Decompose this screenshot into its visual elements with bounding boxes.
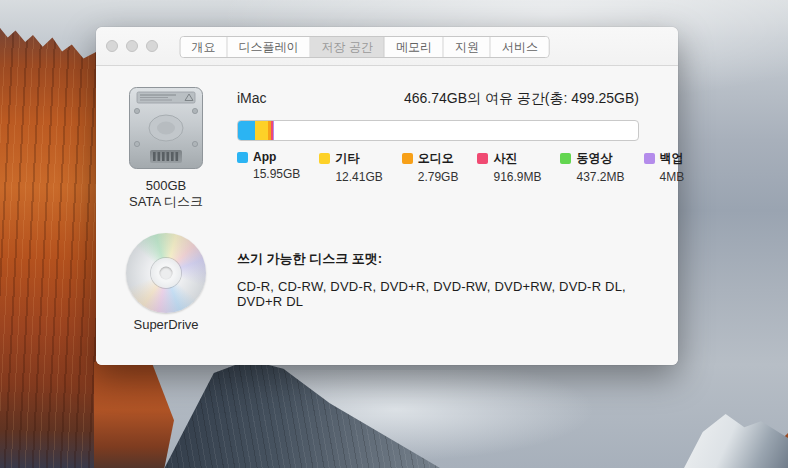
close-button[interactable]	[106, 40, 118, 52]
cd-disc-icon	[126, 233, 206, 313]
free-space-text: 466.74GB의 여유 공간(총: 499.25GB)	[404, 90, 639, 108]
writable-formats-title: 쓰기 가능한 디스크 포맷:	[237, 250, 639, 268]
minimize-button[interactable]	[126, 40, 138, 52]
superdrive-item[interactable]: SuperDrive	[96, 233, 236, 333]
storage-bar-segment	[255, 121, 268, 140]
hard-drive-icon	[128, 86, 204, 170]
legend-item: 동영상437.2MB	[560, 150, 624, 184]
snowy-peak	[684, 408, 788, 468]
legend-value: 2.79GB	[418, 170, 459, 184]
legend-value: 15.95GB	[253, 167, 300, 181]
storage-detail-panel: iMac 466.74GB의 여유 공간(총: 499.25GB) App15.…	[237, 66, 639, 309]
cliff-base	[94, 362, 174, 468]
legend-swatch	[477, 153, 488, 164]
storage-bar-segment	[238, 121, 255, 140]
legend-label: App	[253, 150, 276, 164]
legend-item: 오디오2.79GB	[402, 150, 459, 184]
tab-displays[interactable]: 디스플레이	[228, 37, 311, 57]
storage-tab-content: 500GB SATA 디스크 SuperDrive iMac 466.74GB의…	[96, 66, 678, 365]
legend-value: 916.9MB	[493, 170, 541, 184]
legend-label: 오디오	[418, 150, 454, 167]
legend-swatch	[560, 153, 571, 164]
legend-label: 백업	[660, 150, 684, 167]
storage-usage-bar	[237, 120, 639, 141]
legend-swatch	[644, 153, 655, 164]
legend-item: 사진916.9MB	[477, 150, 541, 184]
tab-storage[interactable]: 저장 공간	[311, 37, 385, 57]
tab-service[interactable]: 서비스	[491, 37, 549, 57]
legend-swatch	[319, 153, 330, 164]
legend-label: 기타	[335, 150, 359, 167]
legend-item: App15.95GB	[237, 150, 300, 184]
traffic-lights	[106, 40, 158, 52]
writable-formats-list: CD-R, CD-RW, DVD-R, DVD+R, DVD-RW, DVD+R…	[237, 279, 639, 309]
legend-item: 백업4MB	[644, 150, 685, 184]
internal-disk-label: 500GB SATA 디스크	[96, 178, 236, 210]
tab-bar: 개요디스플레이저장 공간메모리지원서비스	[180, 36, 550, 58]
volume-name: iMac	[237, 90, 267, 106]
legend-value: 12.41GB	[335, 170, 382, 184]
storage-legend: App15.95GB기타12.41GB오디오2.79GB사진916.9MB동영상…	[237, 150, 639, 184]
legend-value: 437.2MB	[576, 170, 624, 184]
legend-swatch	[402, 153, 413, 164]
tab-memory[interactable]: 메모리	[385, 37, 444, 57]
legend-swatch	[237, 152, 248, 163]
internal-disk-item[interactable]: 500GB SATA 디스크	[96, 86, 236, 210]
window-titlebar[interactable]: 개요디스플레이저장 공간메모리지원서비스	[96, 27, 678, 66]
legend-value: 4MB	[660, 170, 685, 184]
zoom-button[interactable]	[146, 40, 158, 52]
legend-label: 동영상	[576, 150, 612, 167]
about-this-mac-window: 개요디스플레이저장 공간메모리지원서비스	[96, 27, 678, 365]
superdrive-label: SuperDrive	[96, 317, 236, 333]
tab-support[interactable]: 지원	[444, 37, 491, 57]
el-capitan-cliff	[0, 0, 97, 468]
tab-overview[interactable]: 개요	[181, 37, 228, 57]
legend-item: 기타12.41GB	[319, 150, 382, 184]
legend-label: 사진	[493, 150, 517, 167]
